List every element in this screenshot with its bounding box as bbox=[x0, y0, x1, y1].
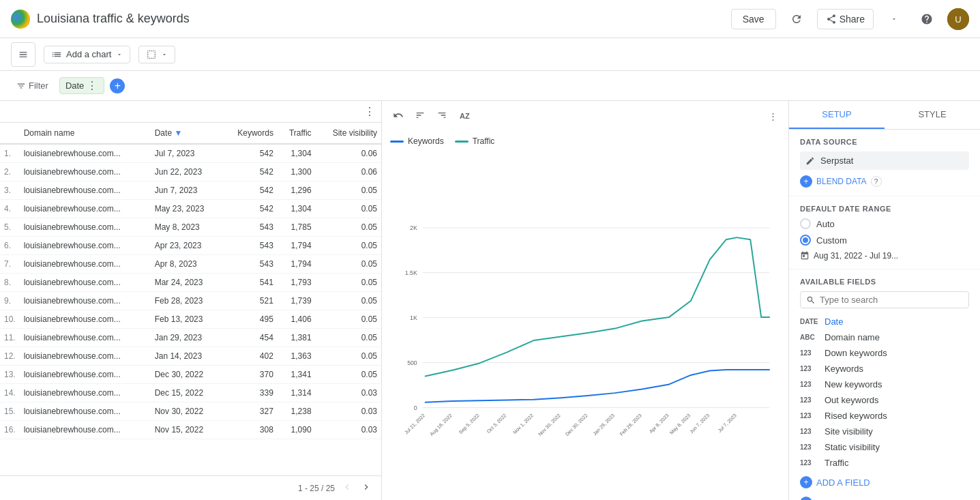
field-row-item[interactable]: 123 Out keywords bbox=[800, 392, 969, 408]
filter-chip-menu[interactable]: ⋮ bbox=[87, 79, 98, 92]
sort-asc-button[interactable] bbox=[412, 107, 428, 126]
blend-data-row[interactable]: + BLEND DATA ? bbox=[800, 175, 969, 188]
field-name: Static visibility bbox=[825, 442, 969, 452]
legend-traffic-dot bbox=[455, 141, 469, 143]
custom-radio[interactable] bbox=[800, 235, 811, 246]
field-row-item[interactable]: DATE Date bbox=[800, 314, 969, 329]
cell-keywords: 543 bbox=[222, 218, 278, 237]
refresh-button[interactable] bbox=[784, 7, 809, 31]
undo-button[interactable] bbox=[390, 107, 406, 126]
field-search[interactable] bbox=[800, 291, 969, 308]
az-sort-button[interactable]: AZ bbox=[456, 109, 474, 123]
save-button[interactable]: Save bbox=[731, 9, 776, 29]
data-source-item[interactable]: Serpstat bbox=[800, 151, 969, 170]
cell-visibility: 0.05 bbox=[316, 329, 381, 347]
cell-visibility: 0.05 bbox=[316, 255, 381, 274]
arrange-button[interactable] bbox=[138, 46, 175, 63]
svg-text:Jun 7, 2023: Jun 7, 2023 bbox=[689, 413, 711, 435]
cell-num: 15. bbox=[0, 402, 20, 421]
field-name: Domain name bbox=[825, 332, 969, 342]
add-filter-button[interactable]: + bbox=[110, 78, 125, 93]
user-avatar[interactable]: U bbox=[947, 8, 969, 30]
cell-date: Mar 24, 2023 bbox=[151, 274, 223, 292]
cell-traffic: 1,090 bbox=[278, 421, 316, 439]
col-traffic[interactable]: Traffic bbox=[278, 123, 316, 144]
cell-domain: louisianebrewhouse.com... bbox=[20, 181, 151, 200]
field-search-input[interactable] bbox=[820, 295, 963, 305]
cell-domain: louisianebrewhouse.com... bbox=[20, 310, 151, 329]
cell-domain: louisianebrewhouse.com... bbox=[20, 292, 151, 310]
share-button[interactable]: Share bbox=[817, 9, 874, 29]
svg-text:Oct 3, 2022: Oct 3, 2022 bbox=[486, 413, 507, 435]
cell-date: May 23, 2023 bbox=[151, 200, 223, 218]
field-name: Site visibility bbox=[825, 426, 969, 437]
date-range-value-row[interactable]: Aug 31, 2022 - Jul 19... bbox=[800, 251, 969, 261]
filter-button[interactable]: Filter bbox=[11, 78, 54, 93]
add-parameter-icon: + bbox=[800, 497, 812, 500]
field-row-item[interactable]: 123 Keywords bbox=[800, 361, 969, 377]
table-row: 15. louisianebrewhouse.com... Nov 30, 20… bbox=[0, 402, 381, 421]
col-keywords[interactable]: Keywords bbox=[222, 123, 278, 144]
filter-bar: Filter Date ⋮ + bbox=[0, 71, 980, 101]
blend-info-icon[interactable]: ? bbox=[871, 176, 882, 187]
cell-date: Jan 14, 2023 bbox=[151, 347, 223, 366]
cell-keywords: 542 bbox=[222, 181, 278, 200]
share-label: Share bbox=[840, 14, 865, 25]
auto-radio[interactable] bbox=[800, 218, 811, 229]
add-parameter-row[interactable]: + ADD A PARAMETER bbox=[800, 494, 969, 500]
cell-visibility: 0.05 bbox=[316, 292, 381, 310]
legend-keywords: Keywords bbox=[390, 136, 444, 146]
legend-traffic: Traffic bbox=[455, 136, 495, 146]
cell-keywords: 541 bbox=[222, 274, 278, 292]
tab-setup[interactable]: SETUP bbox=[789, 101, 885, 129]
field-type-badge: 123 bbox=[800, 396, 820, 404]
main-content: ⋮ Domain name Date ▼ Keywords Traffic Si… bbox=[0, 101, 980, 500]
setup-panel: SETUP STYLE Data source Serpstat + BLEND… bbox=[789, 101, 980, 500]
cell-num: 6. bbox=[0, 237, 20, 255]
add-field-icon: + bbox=[800, 476, 812, 488]
field-row-item[interactable]: 123 Down keywords bbox=[800, 345, 969, 361]
cell-domain: louisianebrewhouse.com... bbox=[20, 274, 151, 292]
field-type-badge: 123 bbox=[800, 412, 820, 420]
table-scroll-area[interactable]: Domain name Date ▼ Keywords Traffic Site… bbox=[0, 123, 381, 475]
field-row-item[interactable]: 123 Static visibility bbox=[800, 439, 969, 455]
field-type-badge: 123 bbox=[800, 381, 820, 388]
cell-keywords: 402 bbox=[222, 347, 278, 366]
sort-desc-button[interactable] bbox=[434, 107, 450, 126]
field-row-item[interactable]: 123 Traffic bbox=[800, 455, 969, 471]
cell-date: Nov 15, 2022 bbox=[151, 421, 223, 439]
col-date[interactable]: Date ▼ bbox=[151, 123, 223, 144]
field-row-item[interactable]: 123 Rised keywords bbox=[800, 408, 969, 424]
pagination-next[interactable] bbox=[359, 480, 373, 496]
col-visibility[interactable]: Site visibility bbox=[316, 123, 381, 144]
cell-domain: louisianebrewhouse.com... bbox=[20, 347, 151, 366]
cell-visibility: 0.03 bbox=[316, 421, 381, 439]
date-range-section: Default date range Auto Custom Aug 31, 2… bbox=[789, 196, 980, 269]
chart-more-button[interactable]: ⋮ bbox=[766, 108, 780, 124]
custom-radio-row[interactable]: Custom bbox=[800, 235, 969, 246]
cell-date: Dec 30, 2022 bbox=[151, 366, 223, 384]
cell-traffic: 1,785 bbox=[278, 218, 316, 237]
svg-text:Aug 18, 2022: Aug 18, 2022 bbox=[429, 413, 454, 437]
table-menu-icon[interactable]: ⋮ bbox=[364, 105, 376, 118]
cell-traffic: 1,314 bbox=[278, 384, 316, 402]
legend-keywords-dot bbox=[390, 141, 404, 143]
share-dropdown-button[interactable] bbox=[882, 7, 906, 31]
cell-keywords: 370 bbox=[222, 366, 278, 384]
field-type-badge: 123 bbox=[800, 428, 820, 435]
add-parameter-label: ADD A PARAMETER bbox=[816, 498, 900, 501]
cell-domain: louisianebrewhouse.com... bbox=[20, 329, 151, 347]
tab-style[interactable]: STYLE bbox=[885, 101, 980, 129]
date-filter-chip[interactable]: Date ⋮ bbox=[59, 77, 104, 94]
add-chart-button[interactable]: Add a chart bbox=[44, 46, 130, 63]
col-domain[interactable]: Domain name bbox=[20, 123, 151, 144]
field-row-item[interactable]: 123 Site visibility bbox=[800, 424, 969, 439]
field-row-item[interactable]: ABC Domain name bbox=[800, 329, 969, 345]
add-field-row[interactable]: + ADD A FIELD bbox=[800, 473, 969, 491]
cell-domain: louisianebrewhouse.com... bbox=[20, 384, 151, 402]
pagination-prev[interactable] bbox=[340, 480, 354, 496]
select-tool-button[interactable] bbox=[11, 42, 35, 67]
auto-radio-row[interactable]: Auto bbox=[800, 218, 969, 229]
field-row-item[interactable]: 123 New keywords bbox=[800, 377, 969, 392]
help-button[interactable] bbox=[915, 7, 939, 31]
